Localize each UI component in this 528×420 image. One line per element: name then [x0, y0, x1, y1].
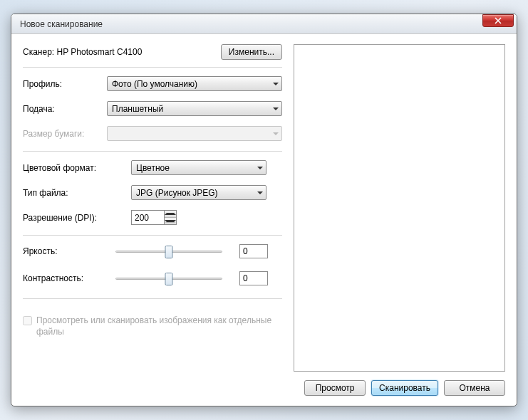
- slider-thumb[interactable]: [165, 246, 173, 258]
- separate-files-row: Просмотреть или сканировать изображения …: [23, 315, 282, 337]
- dpi-row: Разрешение (DPI):: [23, 210, 282, 225]
- dpi-label: Разрешение (DPI):: [23, 213, 131, 223]
- colorformat-row: Цветовой формат: Цветное: [23, 160, 282, 175]
- close-icon: [495, 17, 502, 24]
- dialog-window: Новое сканирование Сканер: HP Photosmart…: [11, 14, 517, 406]
- source-label: Подача:: [23, 104, 107, 114]
- contrast-label: Контрастность:: [23, 273, 115, 283]
- brightness-row: Яркость:: [23, 244, 282, 258]
- papersize-combo: [107, 126, 282, 141]
- preview-area: [294, 44, 505, 372]
- titlebar: Новое сканирование: [11, 14, 517, 34]
- filetype-value: JPG (Рисунок JPEG): [136, 188, 218, 198]
- filetype-combo[interactable]: JPG (Рисунок JPEG): [131, 185, 266, 200]
- separate-files-label: Просмотреть или сканировать изображения …: [36, 315, 282, 337]
- profile-row: Профиль: Фото (По умолчанию): [23, 76, 282, 91]
- chevron-down-icon: [273, 83, 279, 85]
- contrast-row: Контрастность:: [23, 271, 282, 285]
- chevron-down-icon: [257, 167, 263, 169]
- source-value: Планшетный: [112, 104, 163, 114]
- profile-combo[interactable]: Фото (По умолчанию): [107, 76, 282, 91]
- scanner-row: Сканер: HP Photosmart C4100 Изменить...: [23, 44, 282, 60]
- separator: [23, 235, 282, 236]
- separator: [23, 67, 282, 68]
- dpi-spin-up[interactable]: [165, 211, 176, 218]
- dpi-spin-down[interactable]: [165, 218, 176, 224]
- separator: [23, 151, 282, 152]
- slider-thumb[interactable]: [165, 273, 173, 285]
- right-pane: Просмотр Сканировать Отмена: [294, 44, 505, 396]
- contrast-input[interactable]: [239, 271, 268, 285]
- colorformat-label: Цветовой формат:: [23, 163, 131, 173]
- preview-button[interactable]: Просмотр: [304, 380, 366, 396]
- profile-value: Фото (По умолчанию): [112, 79, 197, 89]
- scanner-name: HP Photosmart C4100: [57, 47, 143, 57]
- close-button[interactable]: [482, 14, 514, 27]
- dialog-buttons: Просмотр Сканировать Отмена: [294, 380, 505, 396]
- filetype-label: Тип файла:: [23, 188, 131, 198]
- filetype-row: Тип файла: JPG (Рисунок JPEG): [23, 185, 282, 200]
- brightness-label: Яркость:: [23, 246, 115, 256]
- separator: [23, 298, 282, 299]
- window-title: Новое сканирование: [20, 19, 482, 29]
- source-combo[interactable]: Планшетный: [107, 101, 282, 116]
- scan-button[interactable]: Сканировать: [371, 380, 438, 396]
- change-scanner-button[interactable]: Изменить...: [221, 44, 282, 60]
- scanner-label: Сканер: HP Photosmart C4100: [23, 47, 221, 57]
- colorformat-value: Цветное: [136, 163, 170, 173]
- profile-label: Профиль:: [23, 79, 107, 89]
- dpi-spin-buttons: [164, 210, 177, 225]
- source-row: Подача: Планшетный: [23, 101, 282, 116]
- settings-panel: Сканер: HP Photosmart C4100 Изменить... …: [23, 44, 294, 396]
- chevron-down-icon: [257, 191, 263, 194]
- brightness-slider[interactable]: [115, 244, 222, 258]
- separate-files-checkbox: [23, 316, 32, 325]
- dialog-content: Сканер: HP Photosmart C4100 Изменить... …: [11, 34, 517, 406]
- dpi-spinbox: [131, 210, 178, 225]
- dpi-input[interactable]: [131, 210, 164, 225]
- brightness-input[interactable]: [239, 244, 268, 258]
- scanner-label-prefix: Сканер:: [23, 47, 57, 57]
- papersize-label: Размер бумаги:: [23, 129, 107, 139]
- contrast-slider[interactable]: [115, 271, 222, 285]
- cancel-button[interactable]: Отмена: [444, 380, 505, 396]
- chevron-down-icon: [273, 107, 279, 110]
- chevron-down-icon: [273, 132, 279, 135]
- colorformat-combo[interactable]: Цветное: [131, 160, 266, 175]
- papersize-row: Размер бумаги:: [23, 126, 282, 141]
